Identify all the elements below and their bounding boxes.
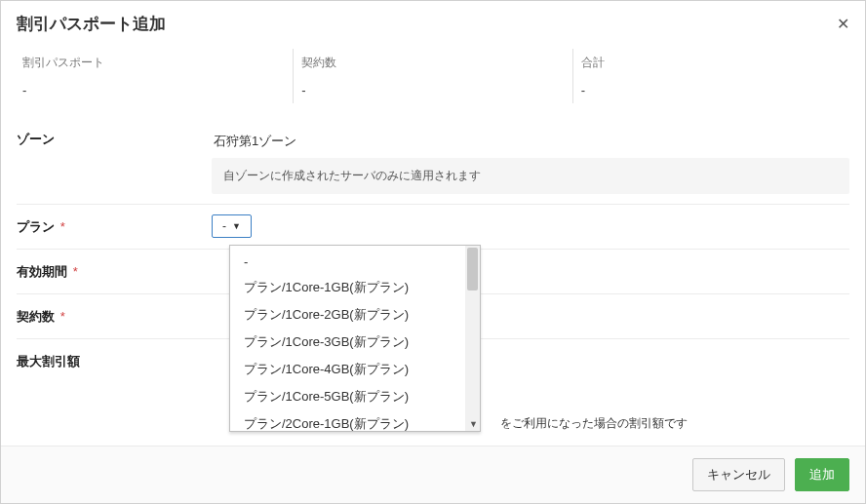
modal-add-discount-passport: 割引パスポート追加 ✕ 割引パスポート - 契約数 - 合計 - ゾーン 石狩第… [0,0,866,504]
plan-option[interactable]: プラン/1Core-4GB(新プラン) [230,356,465,383]
summary-contracts: 契約数 - [293,49,571,103]
label-zone: ゾーン [17,127,212,148]
required-mark: * [60,309,65,324]
label-valid-period-text: 有効期間 [17,264,67,279]
summary-total-value: - [581,83,844,97]
label-plan-text: プラン [17,219,55,234]
plan-option[interactable]: プラン/1Core-1GB(新プラン) [230,274,465,301]
submit-button[interactable]: 追加 [795,458,849,491]
label-valid-period: 有効期間 * [17,259,212,281]
chevron-down-icon: ▼ [232,221,241,231]
plan-option[interactable]: プラン/1Core-3GB(新プラン) [230,329,465,356]
summary-passport: 割引パスポート - [15,49,293,103]
modal-header: 割引パスポート追加 ✕ [1,1,865,41]
plan-option[interactable]: プラン/1Core-2GB(新プラン) [230,301,465,329]
modal-title: 割引パスポート追加 [17,13,166,35]
modal-footer: キャンセル 追加 [1,446,865,503]
plan-select-value: - [222,219,226,233]
row-plan: プラン * - ▼ [17,205,849,250]
summary-contracts-value: - [301,83,564,97]
label-max-discount: 最大割引額 [17,349,212,370]
summary-contracts-label: 契約数 [301,55,564,71]
discount-help-text: をご利用になった場合の割引額です [500,415,688,432]
label-contracts-text: 契約数 [17,309,55,324]
summary-passport-value: - [22,83,285,97]
summary-passport-label: 割引パスポート [22,55,285,71]
plan-dropdown-list[interactable]: - プラン/1Core-1GB(新プラン) プラン/1Core-2GB(新プラン… [230,246,465,431]
label-plan: プラン * [17,214,212,236]
plan-option[interactable]: プラン/2Core-1GB(新プラン) [230,410,465,431]
label-contracts: 契約数 * [17,304,212,326]
scrollbar-thumb[interactable] [467,248,478,291]
plan-select[interactable]: - ▼ [212,214,252,238]
close-icon[interactable]: ✕ [837,17,849,32]
zone-value: 石狩第1ゾーン [214,133,849,150]
plan-dropdown: - プラン/1Core-1GB(新プラン) プラン/1Core-2GB(新プラン… [229,245,481,432]
form-body: ゾーン 石狩第1ゾーン 自ゾーンに作成されたサーバのみに適用されます プラン *… [1,103,865,446]
plan-option[interactable]: プラン/1Core-5GB(新プラン) [230,383,465,410]
plan-option[interactable]: - [230,250,465,274]
summary-bar: 割引パスポート - 契約数 - 合計 - [1,41,865,103]
zone-note: 自ゾーンに作成されたサーバのみに適用されます [212,158,849,194]
summary-total-label: 合計 [581,55,844,71]
cancel-button[interactable]: キャンセル [692,458,785,491]
dropdown-scrollbar[interactable] [465,246,480,431]
chevron-down-icon: ▼ [469,419,478,429]
summary-total: 合計 - [572,49,851,103]
required-mark: * [60,219,65,234]
required-mark: * [73,264,78,279]
row-zone: ゾーン 石狩第1ゾーン 自ゾーンに作成されたサーバのみに適用されます [17,117,849,205]
